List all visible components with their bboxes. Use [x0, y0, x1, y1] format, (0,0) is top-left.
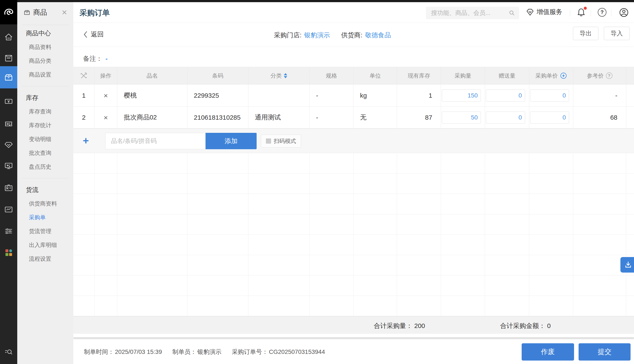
- empty-grid-cell: [573, 234, 626, 255]
- sidebar-rail-marketing[interactable]: [0, 116, 17, 131]
- empty-grid-cell: [441, 194, 485, 214]
- menu-item-stock-changes[interactable]: 变动明细: [17, 132, 73, 146]
- purchase-qty-input[interactable]: [442, 90, 481, 102]
- gift-qty-input[interactable]: [486, 90, 525, 102]
- empty-grid-cell: [397, 174, 441, 194]
- void-button[interactable]: 作废: [522, 343, 574, 360]
- empty-grid-cell: [94, 153, 117, 173]
- add-product-button[interactable]: 添加: [206, 133, 256, 149]
- sidebar-rail-membership[interactable]: [0, 137, 17, 152]
- empty-grid-cell: [117, 275, 188, 296]
- menu-item-goods-settings[interactable]: 商品设置: [17, 68, 73, 82]
- total-qty-label: 合计采购量：: [374, 322, 412, 329]
- empty-grid-cell: [441, 275, 485, 296]
- notification-badge: [584, 7, 587, 10]
- menu-item-inout-detail[interactable]: 出入库明细: [17, 238, 73, 252]
- delete-row-icon[interactable]: ×: [104, 114, 108, 121]
- submit-button[interactable]: 提交: [578, 343, 630, 360]
- empty-grid-cell: [73, 194, 94, 214]
- sidebar-rail-settings[interactable]: [0, 224, 17, 239]
- download-float-button[interactable]: [620, 257, 634, 272]
- menu-item-stock-query[interactable]: 库存查询: [17, 104, 73, 118]
- menu-item-stock-stats[interactable]: 库存统计: [17, 118, 73, 132]
- category-sort-icon[interactable]: [284, 73, 287, 78]
- sidebar-rail-goods-active[interactable]: [0, 66, 17, 88]
- menu-item-flow-settings[interactable]: 流程设置: [17, 252, 73, 266]
- column-settings-cell[interactable]: [73, 67, 94, 84]
- spacer: [332, 31, 338, 40]
- brand-logo[interactable]: [0, 0, 17, 24]
- add-row-plus-icon[interactable]: +: [83, 133, 89, 148]
- add-product-input[interactable]: [105, 133, 206, 149]
- back-label: 返回: [91, 30, 104, 39]
- empty-grid-cell: [354, 214, 397, 234]
- back-button[interactable]: 返回: [83, 30, 104, 39]
- sidebar-rail-home[interactable]: [0, 30, 17, 45]
- empty-grid-cell: [73, 153, 94, 173]
- menu-item-purchase-order[interactable]: 采购单: [17, 210, 73, 224]
- help-button[interactable]: ?: [598, 8, 606, 16]
- sidebar-rail-funds[interactable]: [0, 94, 17, 109]
- menu-item-logistics-manage[interactable]: 货流管理: [17, 224, 73, 238]
- export-button[interactable]: 导出: [573, 27, 598, 40]
- empty-grid-cell: [354, 174, 397, 194]
- total-qty: 合计采购量：200: [374, 322, 425, 330]
- global-search[interactable]: [426, 7, 519, 19]
- horizontal-scrollbar[interactable]: [73, 337, 634, 339]
- menu-section-stock: 库存: [17, 91, 73, 104]
- empty-grid-cell: [573, 194, 626, 214]
- store-link[interactable]: 银豹演示: [304, 31, 330, 40]
- cell-ref-price: 68: [573, 106, 626, 128]
- orders-icon: [4, 54, 13, 63]
- price-flash-icon[interactable]: [560, 72, 567, 79]
- empty-grid-cell: [248, 234, 310, 255]
- notifications-button[interactable]: [576, 8, 586, 17]
- goods-box-icon: [4, 72, 14, 82]
- ref-price-help-icon[interactable]: ?: [606, 72, 612, 79]
- unit-price-input[interactable]: [530, 112, 569, 124]
- empty-grid-cell: [73, 174, 94, 194]
- remark-value[interactable]: -: [106, 55, 108, 62]
- col-header-unit: 单位: [354, 67, 397, 84]
- empty-grid-cell: [188, 174, 248, 194]
- empty-grid-cell: [397, 194, 441, 214]
- row-delete-cell: ×: [94, 106, 117, 128]
- cell-ref-price: -: [573, 84, 626, 106]
- empty-grid-cell: [94, 234, 117, 255]
- remark-row: 备注：-: [83, 51, 108, 66]
- scan-mode-toggle[interactable]: 扫码模式: [261, 134, 301, 148]
- sidebar-rail-data[interactable]: [0, 202, 17, 217]
- empty-grid-cell: [573, 153, 626, 173]
- panel-close-icon[interactable]: ✕: [62, 9, 67, 16]
- menu-item-count-history[interactable]: 盘点历史: [17, 160, 73, 174]
- purchase-qty-input[interactable]: [442, 112, 481, 124]
- cell-purchase-qty: [441, 106, 485, 128]
- menu-item-goods-category[interactable]: 商品分类: [17, 54, 73, 68]
- menu-item-batch-query[interactable]: 批次查询: [17, 146, 73, 160]
- gift-qty-input[interactable]: [486, 112, 525, 124]
- account-button[interactable]: [619, 8, 629, 18]
- empty-grid-cell: [310, 275, 354, 296]
- import-button[interactable]: 导入: [604, 27, 630, 40]
- sidebar-rail-apps[interactable]: [0, 245, 17, 260]
- delete-row-icon[interactable]: ×: [104, 92, 108, 99]
- apps-grid-icon: [4, 248, 13, 257]
- empty-grid-cell: [248, 275, 310, 296]
- unit-price-input[interactable]: [530, 90, 569, 102]
- report-monitor-icon: [4, 161, 13, 170]
- sidebar-rail-search[interactable]: [0, 344, 17, 360]
- col-header-stock: 现有库存: [397, 67, 441, 84]
- global-search-input[interactable]: [431, 10, 509, 16]
- empty-grid-cell: [188, 255, 248, 275]
- value-added-services[interactable]: 增值服务: [526, 8, 562, 16]
- menu-item-goods-info[interactable]: 商品资料: [17, 40, 73, 54]
- sidebar-rail-staff[interactable]: [0, 180, 17, 196]
- sidebar-rail-reports[interactable]: [0, 158, 17, 173]
- empty-grid-cell: [354, 296, 397, 316]
- supplier-link[interactable]: 敬德食品: [365, 31, 391, 40]
- empty-grid-row: [73, 174, 634, 194]
- menu-item-supplier-info[interactable]: 供货商资料: [17, 197, 73, 210]
- cell-barcode: 2299325: [188, 84, 248, 106]
- sidebar-rail-orders[interactable]: [0, 51, 17, 66]
- order-time-value: 2025/07/03 15:39: [115, 348, 162, 355]
